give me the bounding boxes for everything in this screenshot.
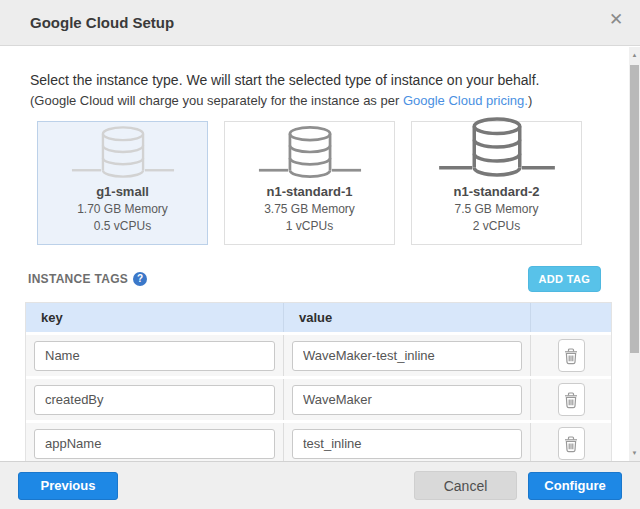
table-row [26, 376, 611, 420]
table-row [26, 420, 611, 461]
tag-value-input[interactable] [292, 341, 522, 371]
trash-icon [563, 391, 579, 409]
dialog-body: Select the instance type. We will start … [0, 47, 629, 461]
pricing-note-prefix: (Google Cloud will charge you separately… [30, 93, 403, 108]
dialog-title: Google Cloud Setup [30, 0, 174, 46]
tag-value-input[interactable] [292, 385, 522, 415]
instance-memory: 1.70 GB Memory [77, 201, 168, 218]
pricing-note: (Google Cloud will charge you separately… [30, 93, 599, 108]
instance-card-n1-standard-1[interactable]: n1-standard-1 3.75 GB Memory 1 vCPUs [224, 121, 395, 245]
trash-icon [563, 347, 579, 365]
tag-key-input[interactable] [34, 385, 275, 415]
table-row [26, 332, 611, 376]
instance-card-g1-small[interactable]: g1-small 1.70 GB Memory 0.5 vCPUs [37, 121, 208, 245]
scrollbar-thumb[interactable] [630, 65, 639, 353]
google-cloud-setup-dialog: Google Cloud Setup ✕ Select the instance… [0, 0, 640, 509]
instance-vcpus: 1 vCPUs [286, 218, 333, 235]
instance-type-list: g1-small 1.70 GB Memory 0.5 vCPUs n1-sta… [37, 121, 629, 245]
google-cloud-pricing-link[interactable]: Google Cloud pricing. [403, 93, 528, 108]
trash-icon [563, 435, 579, 453]
instance-name: n1-standard-1 [267, 183, 353, 201]
column-header-key: key [26, 303, 284, 332]
instance-memory: 3.75 GB Memory [264, 201, 355, 218]
delete-tag-button[interactable] [558, 339, 585, 372]
instance-name: n1-standard-2 [454, 183, 540, 201]
scroll-up-icon[interactable]: ▲ [629, 48, 640, 62]
help-icon[interactable]: ? [133, 272, 147, 286]
intro-text: Select the instance type. We will start … [30, 72, 599, 88]
instance-vcpus: 2 vCPUs [473, 218, 520, 235]
instance-tags-header: INSTANCE TAGS ? ADD TAG [28, 266, 601, 292]
close-icon[interactable]: ✕ [605, 9, 627, 31]
instance-tags-label: INSTANCE TAGS [28, 272, 128, 286]
column-header-value: value [284, 303, 531, 332]
database-icon [38, 121, 207, 183]
pricing-note-suffix: ) [528, 93, 532, 108]
configure-button[interactable]: Configure [528, 472, 622, 500]
tag-value-input[interactable] [292, 429, 522, 459]
delete-tag-button[interactable] [558, 383, 585, 416]
instance-tags-table: key value [25, 302, 612, 461]
instance-vcpus: 0.5 vCPUs [94, 218, 151, 235]
scroll-down-icon[interactable]: ▼ [629, 446, 640, 460]
vertical-scrollbar[interactable]: ▲ ▼ [629, 47, 640, 461]
dialog-header: Google Cloud Setup ✕ [0, 0, 640, 46]
database-icon [412, 111, 581, 183]
instance-memory: 7.5 GB Memory [454, 201, 538, 218]
add-tag-button[interactable]: ADD TAG [528, 266, 601, 292]
column-header-actions [531, 303, 611, 332]
database-icon [225, 121, 394, 183]
table-header-row: key value [26, 303, 611, 332]
tag-key-input[interactable] [34, 429, 275, 459]
instance-card-n1-standard-2[interactable]: n1-standard-2 7.5 GB Memory 2 vCPUs [411, 121, 582, 245]
dialog-footer: Previous Cancel Configure [0, 461, 640, 509]
instance-name: g1-small [96, 183, 149, 201]
delete-tag-button[interactable] [558, 427, 585, 460]
previous-button[interactable]: Previous [18, 472, 118, 500]
tag-key-input[interactable] [34, 341, 275, 371]
cancel-button[interactable]: Cancel [414, 471, 517, 500]
